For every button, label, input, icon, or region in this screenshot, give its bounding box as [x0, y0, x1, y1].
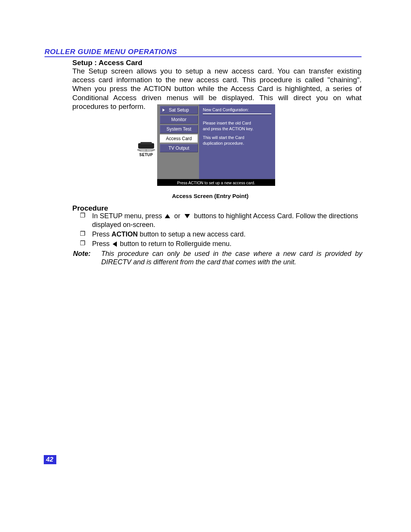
- menu-item-monitor: Monitor: [160, 115, 198, 124]
- up-arrow-icon: [165, 214, 170, 218]
- bullet-icon: ❐: [80, 212, 87, 220]
- setup-icon: SETUP: [135, 141, 157, 157]
- osd-menu-column: Sat Setup Monitor System Test Access Car…: [157, 104, 199, 179]
- section-rule: [45, 56, 362, 57]
- text-fragment: button to setup a new access card.: [138, 230, 245, 238]
- text-fragment: or: [172, 212, 182, 220]
- panel-line: duplication procedure.: [203, 141, 271, 146]
- procedure-heading: Procedure: [72, 204, 108, 212]
- note-text: This procedure can only be used in the c…: [101, 250, 362, 267]
- text-fragment: Press: [92, 240, 112, 248]
- list-item-text: Press button to return to Rollerguide me…: [92, 240, 362, 248]
- menu-item-system-test: System Test: [160, 125, 198, 133]
- menu-item-tv-output: TV Output: [160, 144, 198, 152]
- note-label: Note:: [73, 250, 94, 267]
- text-fragment: In SETUP menu, press: [92, 212, 164, 220]
- note-block: Note: This procedure can only be used in…: [73, 250, 362, 267]
- panel-title: New Card Configuration:: [203, 107, 271, 112]
- list-item: ❐ Press button to return to Rollerguide …: [80, 240, 362, 248]
- list-item: ❐ In SETUP menu, press or buttons to hig…: [80, 212, 362, 229]
- osd-panel: New Card Configuration: Please insert th…: [199, 104, 275, 179]
- menu-item-label: TV Output: [169, 145, 190, 151]
- list-item-text: Press ACTION button to setup a new acces…: [92, 230, 362, 239]
- list-item: ❐ Press ACTION button to setup a new acc…: [80, 230, 362, 239]
- left-arrow-icon: [113, 241, 117, 247]
- page-number: 42: [44, 455, 56, 464]
- bullet-icon: ❐: [80, 230, 87, 238]
- figure-caption: Access Screen (Entry Point): [172, 193, 249, 199]
- list-item-text: In SETUP menu, press or buttons to highl…: [92, 212, 362, 229]
- action-strong: ACTION: [112, 230, 138, 238]
- menu-item-label: Sat Setup: [169, 107, 189, 113]
- section-header: ROLLER GUIDE MENU OPERATIONS: [45, 48, 177, 56]
- menu-item-access-card: Access Card: [160, 134, 198, 143]
- menu-item-label: Monitor: [171, 117, 186, 122]
- bullet-icon: ❐: [80, 240, 87, 248]
- menu-item-sat-setup: Sat Setup: [160, 106, 198, 114]
- osd-footer: Press ACTION to set up a new access card…: [157, 179, 275, 186]
- osd-screenshot: Sat Setup Monitor System Test Access Car…: [157, 104, 275, 186]
- text-fragment: Press: [92, 230, 112, 238]
- manual-page: ROLLER GUIDE MENU OPERATIONS Setup : Acc…: [0, 0, 411, 532]
- setup-icon-label: SETUP: [135, 153, 157, 157]
- svg-rect-2: [140, 142, 152, 144]
- panel-text: Please insert the old Card and press the…: [203, 120, 271, 146]
- procedure-list: ❐ In SETUP menu, press or buttons to hig…: [80, 212, 362, 249]
- sub-heading: Setup : Access Card: [72, 59, 142, 67]
- section-header-block: ROLLER GUIDE MENU OPERATIONS: [45, 48, 362, 57]
- panel-line: Please insert the old Card: [203, 120, 271, 126]
- play-icon: [162, 109, 165, 112]
- down-arrow-icon: [185, 214, 190, 218]
- panel-divider: [203, 113, 271, 114]
- menu-item-label: Access Card: [166, 136, 192, 141]
- menu-item-label: System Test: [166, 126, 191, 132]
- panel-line: and press the ACTION key.: [203, 126, 271, 132]
- text-fragment: button to return to Rollerguide menu.: [118, 240, 231, 248]
- panel-line: This will start the Card: [203, 135, 271, 141]
- osd-body: Sat Setup Monitor System Test Access Car…: [157, 104, 275, 179]
